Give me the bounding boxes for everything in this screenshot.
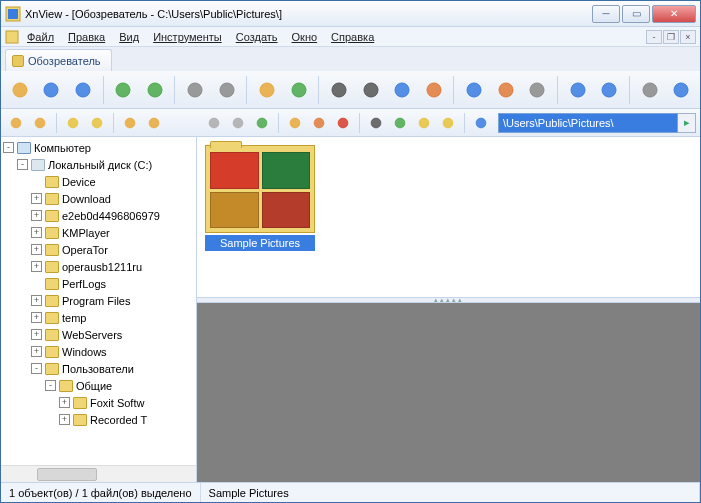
expand-icon[interactable]: +: [31, 227, 42, 238]
expand-icon[interactable]: +: [31, 312, 42, 323]
expand-icon[interactable]: +: [31, 193, 42, 204]
tree-label: e2eb0d4496806979: [62, 210, 160, 222]
svg-point-30: [233, 118, 243, 128]
contact-icon[interactable]: [419, 75, 449, 105]
tree-item[interactable]: Device: [1, 173, 196, 190]
batch-icon[interactable]: [563, 75, 593, 105]
menu-file[interactable]: Файл: [21, 30, 60, 44]
back-icon[interactable]: [203, 112, 225, 134]
menu-help[interactable]: Справка: [325, 30, 380, 44]
fullscreen-icon[interactable]: [37, 75, 67, 105]
tree-item[interactable]: +e2eb0d4496806979: [1, 207, 196, 224]
tree-item[interactable]: -Общие: [1, 377, 196, 394]
menu-edit[interactable]: Правка: [62, 30, 111, 44]
tree-item[interactable]: +WebServers: [1, 326, 196, 343]
collapse-icon[interactable]: -: [17, 159, 28, 170]
tree-item[interactable]: +temp: [1, 309, 196, 326]
tree-item[interactable]: +Foxit Softw: [1, 394, 196, 411]
home-icon[interactable]: [252, 75, 282, 105]
tree-scrollbar[interactable]: [1, 465, 196, 482]
expand-icon[interactable]: +: [59, 414, 70, 425]
collapse-icon[interactable]: -: [3, 142, 14, 153]
separator: [629, 76, 630, 104]
path-input[interactable]: [498, 113, 678, 133]
tree-icon[interactable]: [5, 112, 27, 134]
scan-icon[interactable]: [387, 75, 417, 105]
expand-icon[interactable]: +: [31, 244, 42, 255]
copy-icon[interactable]: [180, 75, 210, 105]
mdi-minimize-button[interactable]: -: [646, 30, 662, 44]
about-icon[interactable]: [666, 75, 696, 105]
collapse-icon[interactable]: -: [31, 363, 42, 374]
menu-tools[interactable]: Инструменты: [147, 30, 228, 44]
tree-item[interactable]: +Download: [1, 190, 196, 207]
folder-tree[interactable]: -Компьютер-Локальный диск (C:)Device+Dow…: [1, 137, 196, 465]
close-button[interactable]: ✕: [652, 5, 696, 23]
up-icon[interactable]: [251, 112, 273, 134]
mdi-restore-button[interactable]: ❐: [663, 30, 679, 44]
minimize-button[interactable]: ─: [592, 5, 620, 23]
options-icon[interactable]: [212, 75, 242, 105]
view-icon[interactable]: [365, 112, 387, 134]
folder-icon: [59, 380, 73, 392]
expand-icon[interactable]: +: [31, 210, 42, 221]
expand-icon[interactable]: +: [31, 295, 42, 306]
catadd-icon[interactable]: [143, 112, 165, 134]
delete-icon[interactable]: [332, 112, 354, 134]
rename-icon[interactable]: [308, 112, 330, 134]
collapse-icon[interactable]: -: [45, 380, 56, 391]
slideshow-icon[interactable]: [68, 75, 98, 105]
tree-item[interactable]: +Program Files: [1, 292, 196, 309]
up-icon[interactable]: [284, 75, 314, 105]
hex-icon[interactable]: [491, 75, 521, 105]
tree-item[interactable]: -Компьютер: [1, 139, 196, 156]
star-icon[interactable]: [470, 112, 492, 134]
menu-view[interactable]: Вид: [113, 30, 145, 44]
expand-icon[interactable]: +: [31, 346, 42, 357]
go-button[interactable]: ▸: [678, 113, 696, 133]
expand-icon[interactable]: +: [59, 397, 70, 408]
print-icon[interactable]: [356, 75, 386, 105]
open-icon[interactable]: [5, 75, 35, 105]
settings-icon[interactable]: [635, 75, 665, 105]
titlebar[interactable]: XnView - [Обозреватель - C:\Users\Public…: [1, 1, 700, 27]
svg-point-29: [209, 118, 219, 128]
forward-icon[interactable]: [227, 112, 249, 134]
expand-icon[interactable]: +: [31, 329, 42, 340]
tree-item[interactable]: +Recorded T: [1, 411, 196, 428]
cat-icon[interactable]: [119, 112, 141, 134]
separator: [464, 113, 465, 133]
expand-icon[interactable]: +: [31, 261, 42, 272]
compare-icon[interactable]: [522, 75, 552, 105]
filter-icon[interactable]: [413, 112, 435, 134]
mdi-close-button[interactable]: ×: [680, 30, 696, 44]
tree-item[interactable]: +KMPlayer: [1, 224, 196, 241]
refresh2-icon[interactable]: [140, 75, 170, 105]
maximize-button[interactable]: ▭: [622, 5, 650, 23]
menu-window[interactable]: Окно: [286, 30, 324, 44]
newfolder-icon[interactable]: [284, 112, 306, 134]
batch2-icon[interactable]: [594, 75, 624, 105]
fav-icon[interactable]: [62, 112, 84, 134]
tree-item[interactable]: +OperaTor: [1, 241, 196, 258]
search-icon[interactable]: [324, 75, 354, 105]
tree-item[interactable]: -Пользователи: [1, 360, 196, 377]
tree-item[interactable]: +operausb1211ru: [1, 258, 196, 275]
svg-point-26: [92, 118, 102, 128]
favadd-icon[interactable]: [86, 112, 108, 134]
tree-item[interactable]: +Windows: [1, 343, 196, 360]
tree-item[interactable]: PerfLogs: [1, 275, 196, 292]
folder-icon: [45, 295, 59, 307]
tab-browser[interactable]: Обозреватель: [5, 49, 112, 71]
preview-pane[interactable]: [197, 303, 700, 482]
thumb-cell: [262, 192, 311, 229]
thumbnail-pane[interactable]: Sample Pictures: [197, 137, 700, 297]
sort-icon[interactable]: [389, 112, 411, 134]
filter2-icon[interactable]: [437, 112, 459, 134]
refresh-icon[interactable]: [108, 75, 138, 105]
tree2-icon[interactable]: [29, 112, 51, 134]
folder-thumbnail[interactable]: Sample Pictures: [205, 145, 315, 251]
menu-create[interactable]: Создать: [230, 30, 284, 44]
capture-icon[interactable]: [459, 75, 489, 105]
tree-item[interactable]: -Локальный диск (C:): [1, 156, 196, 173]
